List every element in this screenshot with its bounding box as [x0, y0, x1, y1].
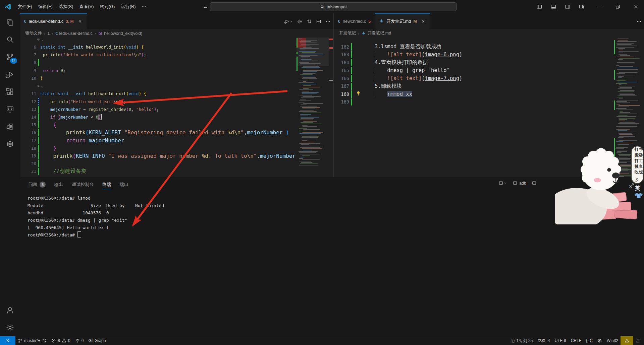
- activity-files[interactable]: [0, 13, 20, 31]
- breadcrumb-item[interactable]: 开发笔记: [339, 30, 356, 36]
- breadcrumb-right[interactable]: 开发笔记›开发笔记.md: [334, 29, 644, 38]
- overview-ruler-left[interactable]: [329, 38, 333, 177]
- code-line[interactable]: 168 rmmod xx: [334, 90, 614, 98]
- activity-extensions[interactable]: [0, 83, 20, 100]
- activity-account[interactable]: [0, 301, 20, 319]
- menu-item[interactable]: 编辑(E): [35, 2, 56, 11]
- code-line[interactable]: 6static int __init helloworld_init(void)…: [20, 43, 297, 51]
- back-icon[interactable]: ←: [203, 4, 208, 10]
- shirt-icon[interactable]: [635, 193, 643, 198]
- status-gitlens[interactable]: [595, 336, 604, 345]
- code-line[interactable]: 166 ![alt text](image-7.png): [334, 74, 614, 82]
- restore-button[interactable]: [612, 2, 623, 12]
- status-remote-indicator[interactable]: [0, 336, 15, 345]
- code-line[interactable]: 18 }: [20, 144, 297, 152]
- desktop-pet-sticker[interactable]: 打搬打摸吃 字砖工鱼饭 S × 英: [555, 141, 644, 224]
- status-行-14-列-25[interactable]: 行 14, 列 25: [509, 336, 535, 345]
- breadcrumb-left[interactable]: 驱动文件›1›Cleds-user-defind.c›helloworld_ex…: [20, 29, 333, 38]
- status-utf-8[interactable]: UTF-8: [552, 336, 569, 345]
- code-line[interactable]: 8: [20, 59, 297, 67]
- code-line[interactable]: 7 pr_info("Hello world initialization!\n…: [20, 51, 297, 59]
- code-line[interactable]: 163 ![alt text](image-6.png): [334, 51, 614, 59]
- status-0[interactable]: 0: [73, 336, 86, 345]
- tab-close-icon[interactable]: ×: [77, 18, 83, 24]
- terminal-instance-adb[interactable]: adb: [513, 181, 526, 186]
- menu-item[interactable]: ···: [139, 2, 149, 11]
- tab-close-icon[interactable]: ×: [421, 18, 426, 24]
- code-line[interactable]: 20: [20, 160, 297, 167]
- split-terminal-button[interactable]: [498, 181, 507, 186]
- breadcrumb-item[interactable]: Cleds-user-defind.c: [55, 31, 93, 36]
- tab-newchrled.c[interactable]: Cnewchrled.c5: [334, 13, 375, 29]
- code-line[interactable]: 17 return majorNumber: [20, 136, 297, 144]
- panel-tab-端口[interactable]: 端口: [120, 177, 128, 192]
- breadcrumb-item[interactable]: 驱动文件: [25, 30, 42, 36]
- breadcrumb-item[interactable]: helloworld_exit(void): [98, 31, 142, 36]
- status-空格-4[interactable]: 空格: 4: [535, 336, 552, 345]
- code-line[interactable]: 1623.lsmod 查看是否加载成功: [334, 43, 614, 51]
- code-line[interactable]: 10}: [20, 74, 297, 82]
- status-win32[interactable]: Win32: [604, 336, 621, 345]
- status-8[interactable]: 80: [49, 336, 72, 345]
- split-button[interactable]: [316, 19, 321, 24]
- code-line[interactable]: 11static void __exit helloworld_exit(voi…: [20, 90, 297, 97]
- lightbulb-icon[interactable]: [356, 91, 361, 97]
- panel-tab-调试控制台[interactable]: 调试控制台: [72, 177, 94, 192]
- menu-item[interactable]: 文件(F): [15, 2, 35, 11]
- layout-sidebar-left-button[interactable]: [534, 2, 545, 12]
- menu-item[interactable]: 运行(R): [118, 2, 139, 11]
- breadcrumb-item[interactable]: 1: [47, 31, 50, 36]
- code-line[interactable]: 21 //创建设备类: [20, 167, 297, 175]
- language-badge[interactable]: 英: [635, 185, 640, 191]
- status-git-graph[interactable]: Git Graph: [86, 336, 108, 345]
- status-master-[interactable]: master*+: [15, 336, 49, 345]
- editor-left[interactable]: ⌄6static int __init helloworld_init(void…: [20, 38, 333, 177]
- new-terminal-button[interactable]: [532, 181, 537, 186]
- codelens-row[interactable]: ⌄: [20, 38, 297, 43]
- panel-tab-问题[interactable]: 问题8: [29, 177, 46, 192]
- code-left[interactable]: ⌄6static int __init helloworld_init(void…: [20, 38, 297, 175]
- panel-tab-终端[interactable]: 终端: [102, 177, 111, 192]
- gear-button[interactable]: [297, 19, 303, 24]
- breadcrumb-item[interactable]: 开发笔记.md: [361, 30, 391, 36]
- terminal-output[interactable]: root@RK356X:/data# lsmodModule Size Used…: [28, 195, 641, 335]
- code-right[interactable]: 1623.lsmod 查看是否加载成功163 ![alt text](image…: [334, 43, 614, 106]
- run-debug-button[interactable]: [284, 19, 293, 24]
- code-line[interactable]: 13 mejornNumber = register_chrdev(0, "he…: [20, 106, 297, 113]
- codelens-row[interactable]: ⌄: [20, 82, 297, 90]
- minimap-left[interactable]: [297, 38, 329, 177]
- activity-search[interactable]: [0, 31, 20, 48]
- layout-panel-button[interactable]: [548, 2, 559, 12]
- activity-run-debug[interactable]: [0, 66, 20, 83]
- menu-item[interactable]: 查看(V): [76, 2, 97, 11]
- compare-button[interactable]: [307, 19, 312, 24]
- code-line[interactable]: 1644.查看模块打印的数据: [334, 59, 614, 67]
- menu-item[interactable]: 转到(G): [97, 2, 118, 11]
- layout-sidebar-right-button[interactable]: [562, 2, 573, 12]
- code-line[interactable]: 14 if (mejorNumber < 0): [20, 113, 297, 121]
- status-crlf[interactable]: CRLF: [569, 336, 584, 345]
- tab-leds-user-defind.c[interactable]: Cleds-user-defind.c3, M×: [20, 13, 87, 29]
- code-line[interactable]: 12 pr_info("Hello world exit\n");: [20, 98, 297, 106]
- status-warn-triangle[interactable]: [621, 336, 633, 345]
- code-line[interactable]: 9 return 0;: [20, 67, 297, 74]
- code-line[interactable]: 165 dmesg | grep "hello": [334, 67, 614, 75]
- tab-开发笔记.md[interactable]: 开发笔记.mdM×: [375, 13, 430, 29]
- activity-remote-explorer[interactable]: [0, 100, 20, 118]
- activity-doc-sync[interactable]: [0, 118, 20, 135]
- code-line[interactable]: 169: [334, 98, 614, 106]
- activity-gitlens[interactable]: [0, 135, 20, 153]
- activity-source-control[interactable]: 14: [0, 48, 20, 66]
- panel-tab-输出[interactable]: 输出: [54, 177, 63, 192]
- close-button[interactable]: [631, 2, 641, 12]
- minimize-button[interactable]: [594, 2, 605, 12]
- code-line[interactable]: 1675.卸载模块: [334, 82, 614, 90]
- more-button[interactable]: [325, 19, 331, 24]
- more-button[interactable]: [636, 19, 642, 24]
- activity-gear[interactable]: [0, 319, 20, 336]
- code-line[interactable]: 19 printk(KERN_INFO "I was assigned majo…: [20, 152, 297, 160]
- status-bell[interactable]: [633, 336, 643, 345]
- sticker-close-icon[interactable]: ×: [629, 183, 633, 190]
- code-line[interactable]: 15 {: [20, 121, 297, 129]
- status--c[interactable]: {} C: [584, 336, 595, 345]
